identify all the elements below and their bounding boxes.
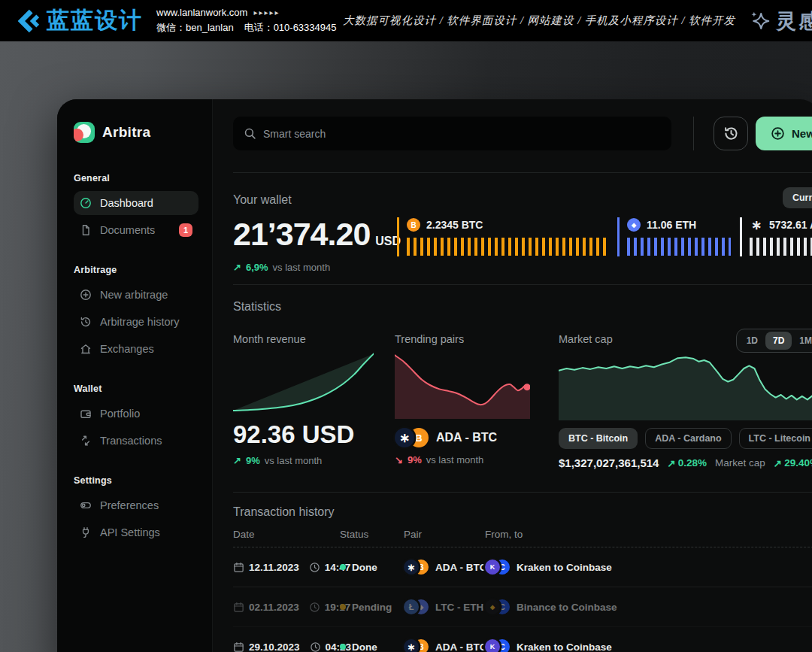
trending-change: 9% <box>408 454 422 465</box>
column-from-to: From, to <box>485 529 673 540</box>
history-icon <box>80 316 92 328</box>
trending-pairs-label: Trending pairs <box>395 333 530 345</box>
wallet-header: Your wallet Currencies Exchanges <box>233 189 812 211</box>
wallet-change-suffix: vs last month <box>273 262 331 273</box>
sidebar-item-label: Preferences <box>100 499 159 511</box>
tx-pair: LTC - ETH <box>435 602 483 613</box>
search-input[interactable] <box>233 117 671 150</box>
topbar: New arbitrage <box>233 117 812 150</box>
status-dot <box>340 564 346 570</box>
table-row[interactable]: 02.11.2023 19:17 Pending Ł◆ LTC - ETH <box>233 587 812 627</box>
column-pair: Pair <box>404 529 485 540</box>
sidebar-item-preferences[interactable]: Preferences <box>74 493 198 517</box>
history-restore-button[interactable] <box>714 117 748 150</box>
banner-wechat: 微信：ben_lanlan <box>156 21 234 35</box>
range-switcher: 1D 7D 1M <box>736 329 812 353</box>
clock-icon <box>310 641 321 652</box>
wallet-summary: 21’374.20 USD ↗ 6,9% vs last month B 2.2… <box>233 217 812 273</box>
main-content: New arbitrage Your wallet Currencies Exc… <box>213 99 812 652</box>
tab-ltc-litecoin[interactable]: LTC - Litecoin <box>739 428 812 449</box>
column-date: Date <box>233 529 340 540</box>
toggle-icon <box>80 499 92 511</box>
wallet-coin-btc[interactable]: B 2.2345 BTC <box>397 217 617 256</box>
banner-brand-name: 蓝蓝设计 <box>47 5 143 36</box>
lanlan-logo-icon <box>12 7 41 35</box>
bank-icon <box>80 343 92 355</box>
separator <box>233 492 812 493</box>
section-label: Arbitrage <box>74 265 198 275</box>
trending-pairs-card: Trending pairs ∗B ADA - BTC ↘ 9% vs last… <box>395 333 530 469</box>
filter-currencies[interactable]: Currencies <box>783 187 812 208</box>
revenue-change-suffix: vs last month <box>265 455 323 466</box>
sidebar-item-arbitrage-history[interactable]: Arbitrage history <box>74 310 198 334</box>
column-status: Status <box>340 529 404 540</box>
clock-icon <box>309 602 320 613</box>
coin-tabs: BTC - Bitcoin ADA - Cardano LTC - Liteco… <box>559 428 812 449</box>
kraken-icon: K <box>485 639 500 652</box>
range-1d[interactable]: 1D <box>739 332 765 350</box>
wallet-change: 6,9% <box>246 262 268 273</box>
trending-change-suffix: vs last month <box>426 454 484 465</box>
separator <box>233 284 812 285</box>
sidebar-section-settings: Settings Preferences API Settings <box>74 475 198 544</box>
topbar-divider <box>693 117 694 150</box>
sidebar-item-label: API Settings <box>100 526 160 538</box>
dashboard-icon <box>80 197 92 209</box>
sidebar-item-portfolio[interactable]: Portfolio <box>74 402 198 426</box>
sidebar-item-label: Arbitrage history <box>100 316 180 328</box>
new-arbitrage-button[interactable]: New arbitrage <box>756 117 812 150</box>
collect-brand: 灵感收集 <box>749 8 812 35</box>
volume-change: 29.40% <box>784 457 812 469</box>
status-dot <box>340 644 346 650</box>
new-arbitrage-button-label: New arbitrage <box>792 127 812 140</box>
search-icon <box>244 127 256 140</box>
sidebar-item-label: Portfolio <box>100 408 140 420</box>
sidebar-item-transactions[interactable]: Transactions <box>74 429 198 453</box>
table-row[interactable]: 12.11.2023 14:47 Done ∗B ADA - BTC <box>233 547 812 587</box>
revenue-change: 9% <box>246 455 260 466</box>
cap-change: 0.28% <box>678 457 707 469</box>
ada-icon: ∗ <box>750 218 763 232</box>
wallet-title: Your wallet <box>233 193 292 207</box>
collect-brand-name: 灵感收集 <box>776 8 812 35</box>
tab-ada-cardano[interactable]: ADA - Cardano <box>645 428 731 449</box>
promo-banner: 蓝蓝设计 www.lanlanwork.com ▸▸▸▸▸ 微信：ben_lan… <box>0 0 812 41</box>
sidebar-item-label: Transactions <box>100 435 162 447</box>
arbitra-app-window: Arbitra General Dashboard Documents 1 <box>57 99 812 652</box>
btc-barcode <box>407 238 608 256</box>
range-1m[interactable]: 1M <box>792 332 812 350</box>
sidebar-item-label: Dashboard <box>100 197 153 209</box>
sidebar-item-dashboard[interactable]: Dashboard <box>74 191 198 215</box>
sidebar-item-api-settings[interactable]: API Settings <box>74 520 198 544</box>
statistics-title: Statistics <box>233 300 812 314</box>
transactions-table-header: Date Status Pair From, to <box>233 529 812 547</box>
tx-date: 12.11.2023 <box>249 562 299 573</box>
ada-icon: ∗ <box>404 639 419 652</box>
market-cap-value: $1,327,027,361,514 <box>559 456 659 469</box>
sidebar-item-exchanges[interactable]: Exchanges <box>74 337 198 361</box>
lanlan-brand: 蓝蓝设计 <box>12 5 143 36</box>
sidebar-item-documents[interactable]: Documents 1 <box>74 218 198 242</box>
table-row[interactable]: 29.10.2023 04:23 Done ∗B ADA - BTC <box>233 627 812 652</box>
cap-change-label: Market cap <box>715 457 765 469</box>
trend-up-arrow-icon: ↗ <box>233 455 241 466</box>
sidebar: Arbitra General Dashboard Documents 1 <box>57 99 213 652</box>
calendar-icon <box>233 602 244 613</box>
calendar-icon <box>233 562 244 573</box>
ada-barcode <box>750 238 812 256</box>
wallet-icon <box>80 408 92 420</box>
tx-pair: ADA - BTC <box>435 562 487 573</box>
wallet-coin-ada[interactable]: ∗ 5732.61 ADA <box>740 217 812 256</box>
eth-icon: ◆ <box>627 218 641 232</box>
banner-contact: www.lanlanwork.com ▸▸▸▸▸ 微信：ben_lanlan 电… <box>156 7 329 35</box>
wallet-coin-eth[interactable]: ◆ 11.06 ETH <box>617 217 740 256</box>
desktop-background: Arbitra General Dashboard Documents 1 <box>0 41 812 652</box>
app-logo[interactable]: Arbitra <box>74 122 198 143</box>
sidebar-section-arbitrage: Arbitrage New arbitrage Arbitrage histor… <box>74 265 198 361</box>
btc-amount: 2.2345 BTC <box>426 219 483 231</box>
tab-btc-bitcoin[interactable]: BTC - Bitcoin <box>559 428 638 449</box>
banner-services: 大数据可视化设计 / 软件界面设计 / 网站建设 / 手机及小程序设计 / 软件… <box>343 14 735 28</box>
range-7d[interactable]: 7D <box>765 332 792 350</box>
sidebar-item-new-arbitrage[interactable]: New arbitrage <box>74 283 198 307</box>
banner-website: www.lanlanwork.com <box>156 7 247 18</box>
